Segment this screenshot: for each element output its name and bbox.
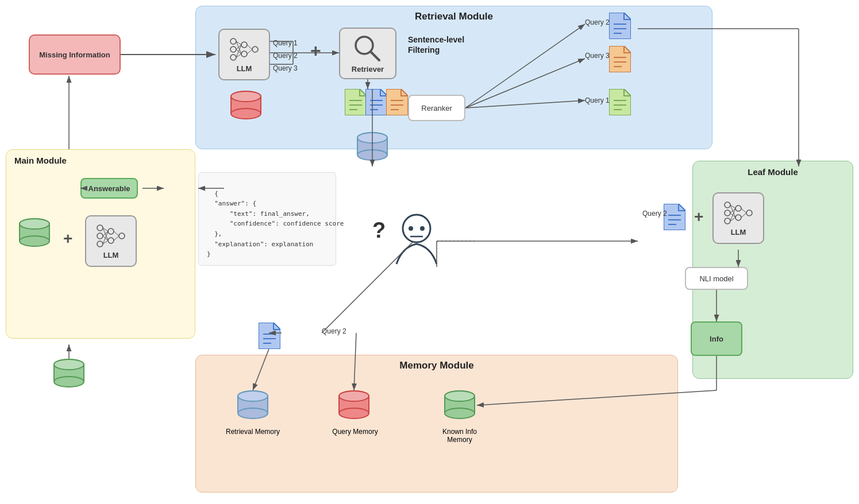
svg-line-12: [247, 45, 252, 49]
code-text: { "answer": { "text": final_answer, "con…: [207, 190, 344, 258]
svg-line-99: [741, 213, 746, 218]
leaf-query2-label: Query 2: [642, 210, 667, 218]
svg-point-60: [97, 241, 103, 247]
svg-line-21: [371, 52, 379, 60]
svg-point-4: [241, 51, 247, 57]
svg-point-115: [339, 391, 369, 401]
memory-module-panel: Memory Module: [195, 355, 678, 493]
info-box: Info: [691, 321, 742, 356]
svg-point-91: [746, 210, 752, 216]
query2-label-retrieval: Query 2: [273, 50, 298, 60]
svg-point-63: [119, 233, 125, 239]
center-db-blue: [355, 132, 390, 165]
doc-blue-1: [365, 89, 387, 118]
answerable-box: Answerable: [80, 178, 138, 199]
missing-info-label: Missing Information: [39, 51, 110, 59]
svg-point-121: [445, 391, 475, 401]
known-info-memory-label: Known InfoMemory: [428, 428, 491, 444]
query1-doc: [609, 89, 631, 118]
sentence-filtering-label: Sentence-level Filtering: [408, 34, 464, 55]
retrieval-db-red: [229, 91, 263, 124]
svg-marker-30: [386, 89, 408, 115]
svg-point-61: [108, 228, 114, 234]
retrieval-memory-db: [236, 390, 270, 424]
retrieval-module-title: Retrieval Module: [196, 11, 712, 22]
leaf-llm-box: LLM: [712, 192, 764, 244]
svg-line-70: [114, 231, 119, 236]
main-llm-box: LLM: [85, 215, 137, 267]
doc-orange-1: [386, 89, 408, 118]
main-neural-net-icon: [95, 223, 126, 249]
svg-line-71: [114, 236, 119, 241]
main-db-green-top: [17, 218, 52, 251]
svg-point-58: [97, 225, 103, 231]
svg-point-0: [230, 38, 236, 44]
svg-point-54: [20, 236, 49, 246]
svg-point-109: [238, 391, 268, 401]
svg-point-36: [357, 150, 387, 160]
svg-marker-100: [259, 323, 280, 349]
svg-point-112: [339, 408, 369, 418]
svg-marker-22: [345, 89, 367, 115]
retriever-icon: [353, 34, 383, 63]
svg-marker-44: [609, 46, 631, 72]
doc-green-1: [345, 89, 367, 118]
svg-point-5: [252, 46, 258, 52]
svg-point-79: [409, 226, 413, 231]
reranker-label: Reranker: [421, 104, 452, 113]
nli-model-label: NLI model: [699, 274, 733, 283]
reranker-box: Reranker: [408, 95, 465, 121]
query2-memory-label: Query 2: [322, 327, 346, 335]
svg-marker-40: [609, 13, 631, 39]
svg-point-86: [725, 202, 730, 208]
svg-point-80: [420, 226, 425, 231]
leaf-neural-net-icon: [723, 200, 754, 226]
svg-line-13: [247, 49, 252, 54]
main-llm-label: LLM: [103, 251, 119, 259]
query-memory-label: Query Memory: [326, 428, 384, 436]
retrieval-llm-box: LLM: [218, 29, 270, 80]
svg-marker-48: [609, 89, 631, 115]
retrieval-module-panel: Retrieval Module: [195, 6, 712, 149]
query-memory-db: [337, 390, 371, 424]
code-block: { "answer": { "text": final_answer, "con…: [198, 172, 336, 266]
known-info-memory-db: [442, 390, 477, 424]
neural-net-icon: [229, 37, 260, 62]
main-module-title: Main Module: [14, 156, 67, 165]
question-mark: ?: [372, 218, 386, 243]
svg-point-16: [231, 108, 261, 119]
svg-marker-26: [365, 89, 387, 115]
svg-point-74: [54, 377, 84, 387]
query1-doc-label: Query 1: [585, 96, 610, 104]
retriever-box: Retriever: [339, 28, 396, 79]
query3-doc-label: Query 3: [585, 52, 610, 60]
svg-point-2: [230, 55, 236, 60]
query3-doc: [609, 46, 631, 75]
svg-point-1: [230, 46, 236, 52]
retrieval-plus-sign: +: [310, 40, 321, 61]
answerable-label: Answerable: [88, 184, 130, 193]
query2-doc-label: Query 2: [585, 18, 610, 26]
main-plus-sign: +: [63, 230, 72, 248]
memory-doc-blue: [259, 323, 280, 351]
svg-point-39: [357, 133, 387, 143]
svg-point-88: [725, 218, 730, 224]
info-label: Info: [710, 335, 723, 343]
svg-line-98: [741, 208, 746, 213]
query2-doc: [609, 13, 631, 41]
memory-module-title: Memory Module: [196, 360, 677, 371]
svg-point-78: [403, 215, 430, 242]
main-db-green-bottom: [52, 359, 86, 392]
svg-point-77: [54, 359, 84, 370]
svg-point-57: [20, 219, 49, 229]
person-icon: [391, 212, 442, 272]
nli-model-box: NLI model: [685, 267, 748, 290]
svg-point-3: [241, 42, 247, 48]
leaf-module-title: Leaf Module: [693, 167, 853, 177]
retrieval-memory-label: Retrieval Memory: [224, 428, 282, 436]
leaf-llm-label: LLM: [731, 228, 746, 237]
retrieval-llm-label: LLM: [237, 64, 252, 73]
retriever-label: Retriever: [352, 65, 384, 73]
svg-point-59: [97, 233, 103, 239]
query1-label: Query 1: [273, 37, 298, 48]
